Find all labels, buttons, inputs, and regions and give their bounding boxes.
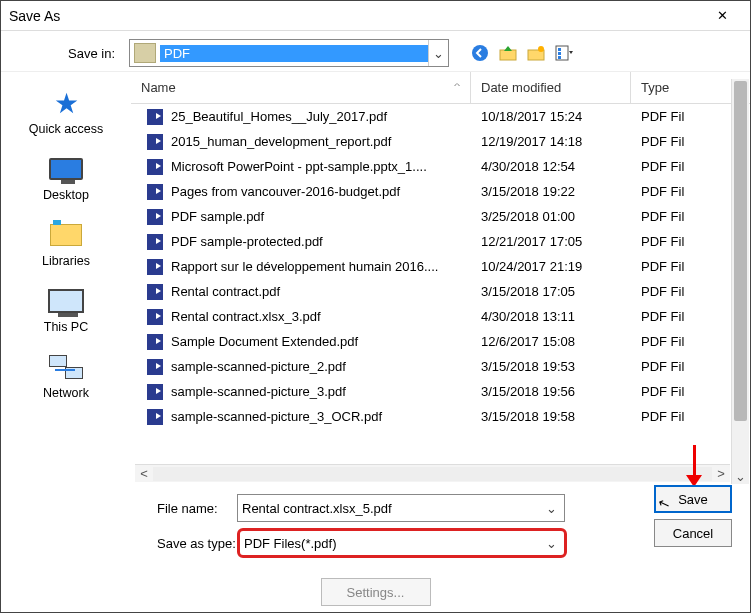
scroll-thumb[interactable] (734, 81, 747, 421)
libraries-icon (47, 220, 85, 250)
place-quick-access[interactable]: ★ Quick access (29, 88, 103, 136)
file-date: 4/30/2018 13:11 (471, 309, 631, 324)
file-row[interactable]: 2015_human_development_report.pdf12/19/2… (131, 129, 750, 154)
network-icon (47, 352, 85, 382)
file-row[interactable]: PDF sample-protected.pdf12/21/2017 17:05… (131, 229, 750, 254)
pdf-file-icon (147, 234, 163, 250)
file-name: 25_Beautiful_Homes__July_2017.pdf (171, 109, 387, 124)
file-name: PDF sample.pdf (171, 209, 264, 224)
pdf-file-icon (147, 159, 163, 175)
title-bar: Save As ✕ (1, 1, 750, 31)
save-type-value: PDF Files(*.pdf) (244, 536, 542, 551)
svg-rect-7 (558, 56, 561, 59)
file-list[interactable]: 25_Beautiful_Homes__July_2017.pdf10/18/2… (131, 104, 750, 464)
file-date: 4/30/2018 12:54 (471, 159, 631, 174)
place-label: Desktop (43, 188, 89, 202)
cancel-button[interactable]: Cancel (654, 519, 732, 547)
file-name: Rental contract.pdf (171, 284, 280, 299)
nav-toolbar (469, 42, 575, 64)
col-date[interactable]: Date modified (471, 72, 631, 103)
svg-point-0 (472, 45, 488, 61)
file-row[interactable]: Rental contract.xlsx_3.pdf4/30/2018 13:1… (131, 304, 750, 329)
save-type-label: Save as type: (1, 536, 237, 551)
save-in-combo[interactable]: PDF ⌄ (129, 39, 449, 67)
scroll-left-icon[interactable]: < (135, 466, 153, 481)
settings-row: Settings... (1, 570, 750, 613)
file-name: Microsoft PowerPoint - ppt-sample.pptx_1… (171, 159, 427, 174)
file-date: 3/25/2018 01:00 (471, 209, 631, 224)
quick-access-icon: ★ (47, 88, 85, 118)
save-in-row: Save in: PDF ⌄ (1, 35, 750, 71)
file-row[interactable]: Sample Document Extended.pdf12/6/2017 15… (131, 329, 750, 354)
place-desktop[interactable]: Desktop (43, 154, 89, 202)
settings-button: Settings... (321, 578, 431, 606)
place-libraries[interactable]: Libraries (42, 220, 90, 268)
pdf-file-icon (147, 384, 163, 400)
pdf-file-icon (147, 409, 163, 425)
filename-value: Rental contract.xlsx_5.pdf (242, 501, 542, 516)
svg-rect-1 (500, 50, 516, 60)
pdf-file-icon (147, 184, 163, 200)
file-name: Rental contract.xlsx_3.pdf (171, 309, 321, 324)
place-label: This PC (44, 320, 88, 334)
file-row[interactable]: Rapport sur le développement humain 2016… (131, 254, 750, 279)
file-row[interactable]: PDF sample.pdf3/25/2018 01:00PDF Fil (131, 204, 750, 229)
file-row[interactable]: Microsoft PowerPoint - ppt-sample.pptx_1… (131, 154, 750, 179)
place-network[interactable]: Network (43, 352, 89, 400)
col-name[interactable]: Name (131, 72, 471, 103)
save-button[interactable]: ↖ Save (654, 485, 732, 513)
dialog-buttons: ↖ Save Cancel (654, 485, 732, 547)
file-row[interactable]: Rental contract.pdf3/15/2018 17:05PDF Fi… (131, 279, 750, 304)
file-date: 12/6/2017 15:08 (471, 334, 631, 349)
view-menu-icon[interactable] (553, 42, 575, 64)
save-in-label: Save in: (11, 46, 121, 61)
file-name: Rapport sur le développement humain 2016… (171, 259, 438, 274)
chevron-down-icon[interactable]: ⌄ (542, 536, 560, 551)
svg-rect-5 (558, 48, 561, 51)
file-name: sample-scanned-picture_3.pdf (171, 384, 346, 399)
scroll-track[interactable] (153, 467, 712, 481)
close-button[interactable]: ✕ (702, 2, 742, 30)
vertical-scrollbar[interactable]: ⌄ (731, 79, 749, 484)
file-row[interactable]: 25_Beautiful_Homes__July_2017.pdf10/18/2… (131, 104, 750, 129)
file-name: sample-scanned-picture_3_OCR.pdf (171, 409, 382, 424)
cursor-icon: ↖ (656, 493, 673, 512)
filename-input[interactable]: Rental contract.xlsx_5.pdf ⌄ (237, 494, 565, 522)
pdf-file-icon (147, 309, 163, 325)
annotation-arrow (686, 445, 702, 487)
pdf-file-icon (147, 359, 163, 375)
place-label: Network (43, 386, 89, 400)
back-icon[interactable] (469, 42, 491, 64)
bottom-fields: File name: Rental contract.xlsx_5.pdf ⌄ … (1, 482, 750, 570)
pdf-file-icon (147, 209, 163, 225)
places-bar: ★ Quick access Desktop Libraries This PC… (1, 72, 131, 482)
up-folder-icon[interactable] (497, 42, 519, 64)
pdf-file-icon (147, 259, 163, 275)
chevron-down-icon[interactable]: ⌄ (542, 501, 560, 516)
scroll-right-icon[interactable]: > (712, 466, 730, 481)
file-date: 3/15/2018 19:58 (471, 409, 631, 424)
file-row[interactable]: sample-scanned-picture_3_OCR.pdf3/15/201… (131, 404, 750, 429)
pdf-file-icon (147, 134, 163, 150)
place-label: Libraries (42, 254, 90, 268)
svg-rect-4 (556, 46, 568, 60)
new-folder-icon[interactable] (525, 42, 547, 64)
save-type-combo[interactable]: PDF Files(*.pdf) ⌄ (237, 528, 567, 558)
file-row[interactable]: Pages from vancouver-2016-budget.pdf3/15… (131, 179, 750, 204)
file-name: 2015_human_development_report.pdf (171, 134, 391, 149)
save-button-label: Save (678, 492, 708, 507)
file-date: 3/15/2018 19:22 (471, 184, 631, 199)
file-row[interactable]: sample-scanned-picture_2.pdf3/15/2018 19… (131, 354, 750, 379)
horizontal-scrollbar[interactable]: < > (135, 464, 730, 482)
place-this-pc[interactable]: This PC (44, 286, 88, 334)
file-date: 12/21/2017 17:05 (471, 234, 631, 249)
settings-button-label: Settings... (347, 585, 405, 600)
file-name: PDF sample-protected.pdf (171, 234, 323, 249)
close-icon: ✕ (717, 8, 728, 23)
file-row[interactable]: sample-scanned-picture_3.pdf3/15/2018 19… (131, 379, 750, 404)
scroll-down-icon[interactable]: ⌄ (732, 468, 749, 484)
chevron-down-icon[interactable]: ⌄ (428, 40, 448, 66)
file-name: Pages from vancouver-2016-budget.pdf (171, 184, 400, 199)
pdf-file-icon (147, 284, 163, 300)
svg-point-3 (538, 46, 544, 52)
